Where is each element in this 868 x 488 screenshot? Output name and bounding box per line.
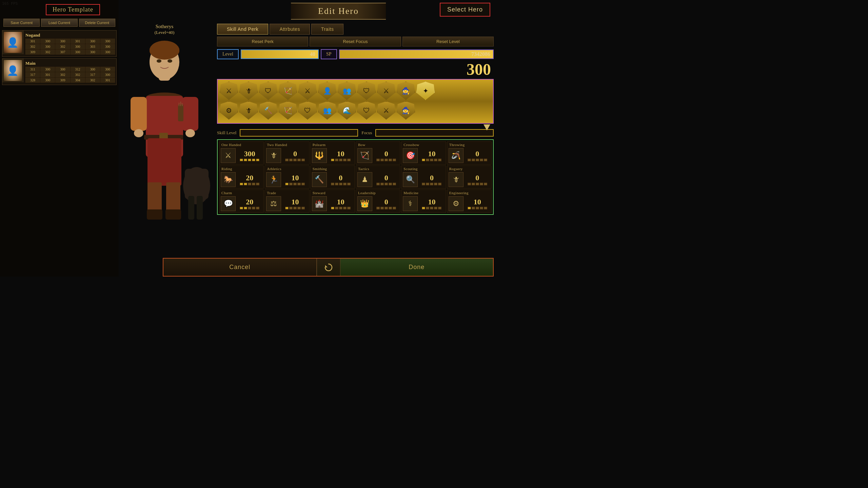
- skill-pip[interactable]: [289, 183, 293, 185]
- skill-pip[interactable]: [347, 183, 351, 185]
- skill-pip[interactable]: [484, 207, 487, 209]
- skill-cell-engineering[interactable]: Engineering⚙10: [447, 189, 492, 213]
- skill-pip[interactable]: [244, 183, 247, 185]
- skill-pip[interactable]: [389, 183, 392, 185]
- skill-pip[interactable]: [285, 183, 289, 185]
- skill-pip[interactable]: [297, 159, 301, 161]
- skill-pip[interactable]: [384, 183, 388, 185]
- skill-pips[interactable]: [422, 159, 441, 161]
- perk-shield[interactable]: 🗡: [239, 101, 258, 120]
- skill-pips[interactable]: [240, 183, 259, 185]
- tab-traits[interactable]: Traits: [311, 24, 343, 35]
- skill-cell-two-handed[interactable]: Two Handed🗡0: [264, 141, 309, 165]
- skill-cell-crossbow[interactable]: Crossbow🎯10: [401, 141, 446, 165]
- skill-pips[interactable]: [331, 159, 351, 161]
- skill-pip[interactable]: [480, 159, 483, 161]
- skill-pips[interactable]: [331, 183, 351, 185]
- skill-pip[interactable]: [376, 159, 380, 161]
- skill-pip[interactable]: [293, 207, 297, 209]
- skill-level-bar[interactable]: [240, 129, 358, 137]
- skill-pips[interactable]: [468, 207, 487, 209]
- skill-pip[interactable]: [331, 159, 334, 161]
- skill-cell-tactics[interactable]: Tactics♟0: [356, 165, 400, 189]
- skill-pip[interactable]: [380, 207, 384, 209]
- skill-pip[interactable]: [430, 159, 433, 161]
- focus-bar[interactable]: [375, 129, 494, 137]
- skill-pip[interactable]: [293, 183, 297, 185]
- skill-pip[interactable]: [384, 159, 388, 161]
- skill-pip[interactable]: [484, 159, 487, 161]
- skill-pip[interactable]: [468, 159, 471, 161]
- skill-pip[interactable]: [240, 207, 243, 209]
- skill-pip[interactable]: [301, 183, 305, 185]
- skill-pips[interactable]: [468, 183, 487, 185]
- skill-pips[interactable]: [285, 183, 305, 185]
- skill-pips[interactable]: [376, 207, 396, 209]
- tab-skill-and-perk[interactable]: Skill And Perk: [217, 24, 268, 35]
- perk-shield[interactable]: ⚔: [377, 82, 395, 100]
- skill-pip[interactable]: [347, 207, 351, 209]
- skill-pip[interactable]: [389, 159, 392, 161]
- skill-pip[interactable]: [347, 159, 351, 161]
- skill-pips[interactable]: [285, 159, 305, 161]
- skill-pip[interactable]: [422, 159, 425, 161]
- skill-cell-athletics[interactable]: Athletics🏃10: [264, 165, 309, 189]
- skill-cell-bow[interactable]: Bow🏹0: [356, 141, 400, 165]
- skill-pip[interactable]: [343, 207, 347, 209]
- skill-pip[interactable]: [422, 207, 425, 209]
- tab-attributes[interactable]: Attrbutes: [270, 24, 310, 35]
- skill-pip[interactable]: [339, 207, 342, 209]
- skill-cell-leadership[interactable]: Leadership👑0: [356, 189, 400, 213]
- reset-level-button[interactable]: Reset Level: [402, 37, 494, 46]
- delete-current-button[interactable]: Delete Current: [79, 19, 115, 27]
- skill-pip[interactable]: [297, 207, 301, 209]
- skill-pip[interactable]: [331, 207, 334, 209]
- hero-entry-main[interactable]: Main 311 300 300 312 300 300 317 301 302…: [2, 58, 117, 85]
- perk-shield[interactable]: 🌊: [338, 101, 356, 120]
- skill-pip[interactable]: [480, 183, 483, 185]
- skill-pips[interactable]: [422, 207, 441, 209]
- skill-pip[interactable]: [248, 207, 251, 209]
- perk-shield[interactable]: 🏹: [279, 101, 297, 120]
- skill-pip[interactable]: [335, 183, 338, 185]
- skill-pip[interactable]: [480, 207, 483, 209]
- skill-cell-charm[interactable]: Charm💬20: [219, 189, 264, 213]
- skill-pip[interactable]: [380, 183, 384, 185]
- level-bar[interactable]: 40: [241, 49, 319, 59]
- perk-shield[interactable]: ⚔: [377, 101, 395, 120]
- skill-pip[interactable]: [476, 207, 479, 209]
- skill-pip[interactable]: [422, 183, 425, 185]
- skill-pip[interactable]: [472, 207, 475, 209]
- skill-cell-medicine[interactable]: Medicine⚕10: [401, 189, 446, 213]
- skill-pip[interactable]: [468, 183, 471, 185]
- hero-entry-nogand[interactable]: Nogand 301 300 300 301 300 300 302 300 3…: [2, 30, 117, 57]
- skill-cell-steward[interactable]: Steward🏰10: [310, 189, 355, 213]
- skill-pips[interactable]: [376, 159, 396, 161]
- skill-pip[interactable]: [289, 159, 293, 161]
- skill-pip[interactable]: [256, 207, 259, 209]
- skill-pip[interactable]: [438, 183, 441, 185]
- skill-pip[interactable]: [343, 159, 347, 161]
- perk-shield[interactable]: 🛡: [298, 101, 317, 120]
- perk-shield-highlighted[interactable]: ✦: [416, 82, 435, 100]
- skill-pip[interactable]: [335, 159, 338, 161]
- load-current-button[interactable]: Load Current: [41, 19, 77, 27]
- perk-shield[interactable]: 🧙: [397, 101, 415, 120]
- perk-shield[interactable]: 🧙: [397, 82, 415, 100]
- skill-pip[interactable]: [256, 183, 259, 185]
- skill-pip[interactable]: [244, 159, 247, 161]
- perk-shield[interactable]: 👥: [338, 82, 356, 100]
- skill-pip[interactable]: [335, 207, 338, 209]
- skill-pip[interactable]: [252, 159, 255, 161]
- skill-pip[interactable]: [434, 159, 437, 161]
- skill-pip[interactable]: [339, 183, 342, 185]
- skill-pip[interactable]: [297, 183, 301, 185]
- skill-pip[interactable]: [393, 207, 396, 209]
- reset-perk-button[interactable]: Reset Perk: [217, 37, 308, 46]
- perk-shield[interactable]: 🛡: [357, 82, 376, 100]
- skill-pips[interactable]: [240, 207, 259, 209]
- skill-pip[interactable]: [476, 183, 479, 185]
- skill-pip[interactable]: [343, 183, 347, 185]
- skill-pip[interactable]: [293, 159, 297, 161]
- reset-focus-button[interactable]: Reset Focus: [310, 37, 401, 46]
